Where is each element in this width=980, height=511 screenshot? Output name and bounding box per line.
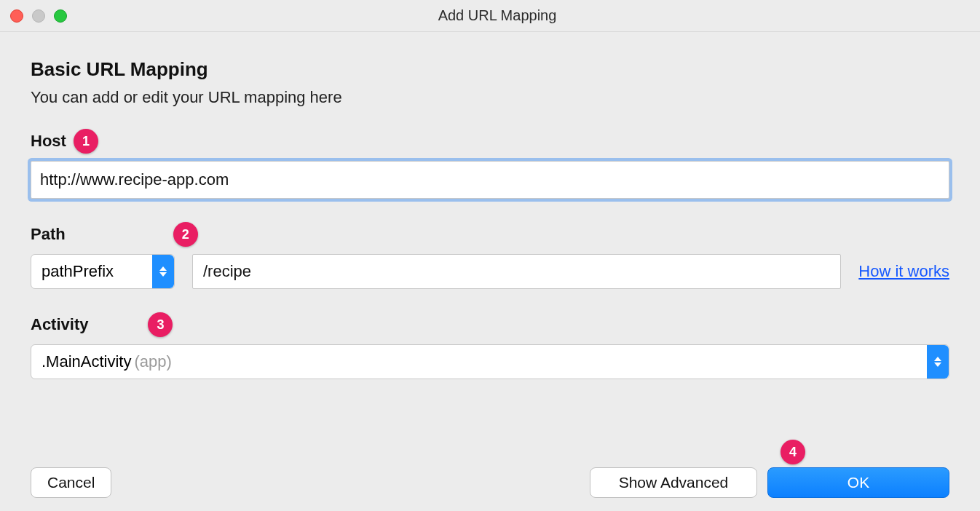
how-it-works-link[interactable]: How it works [858,262,949,281]
titlebar: Add URL Mapping [0,0,980,32]
content-area: Basic URL Mapping You can add or edit yo… [0,32,980,379]
ok-button[interactable]: OK [767,467,949,498]
window-title: Add URL Mapping [67,7,970,24]
callout-badge-2: 2 [173,222,198,247]
minimize-window-button[interactable] [32,9,45,23]
chevron-down-icon [934,363,941,367]
button-bar: Cancel Show Advanced 4 OK [0,467,980,498]
show-advanced-button[interactable]: Show Advanced [590,467,757,498]
select-stepper-icon [152,255,174,288]
activity-select[interactable]: .MainActivity (app) [31,344,949,379]
activity-label-row: Activity 3 [31,312,949,337]
path-type-select[interactable]: pathPrefix [31,254,175,289]
host-label: Host [31,132,66,151]
chevron-up-icon [159,266,167,271]
dialog-window: Add URL Mapping Basic URL Mapping You ca… [0,0,980,511]
path-type-selected: pathPrefix [42,262,114,281]
section-subtitle: You can add or edit your URL mapping her… [31,88,949,107]
chevron-down-icon [159,272,167,277]
path-label: Path [31,225,66,244]
select-stepper-icon [927,345,949,379]
callout-badge-3: 3 [148,312,173,337]
path-value-input[interactable] [192,254,841,289]
section-title: Basic URL Mapping [31,58,949,81]
path-field-block: Path 2 pathPrefix How it works [31,222,949,289]
zoom-window-button[interactable] [54,9,67,23]
host-label-row: Host 1 [31,129,949,154]
cancel-button[interactable]: Cancel [31,467,111,498]
traffic-lights [10,9,67,23]
host-input[interactable] [31,161,949,199]
chevron-up-icon [934,357,941,361]
close-window-button[interactable] [10,9,23,23]
path-label-row: Path 2 [31,222,949,247]
callout-badge-4: 4 [781,440,805,464]
path-row: pathPrefix How it works [31,254,949,289]
activity-label: Activity [31,315,88,334]
activity-selected-main: .MainActivity [42,352,131,371]
activity-field-block: Activity 3 .MainActivity (app) [31,312,949,379]
host-field-block: Host 1 [31,129,949,199]
callout-badge-1: 1 [74,129,98,154]
activity-selected-note: (app) [134,352,171,371]
